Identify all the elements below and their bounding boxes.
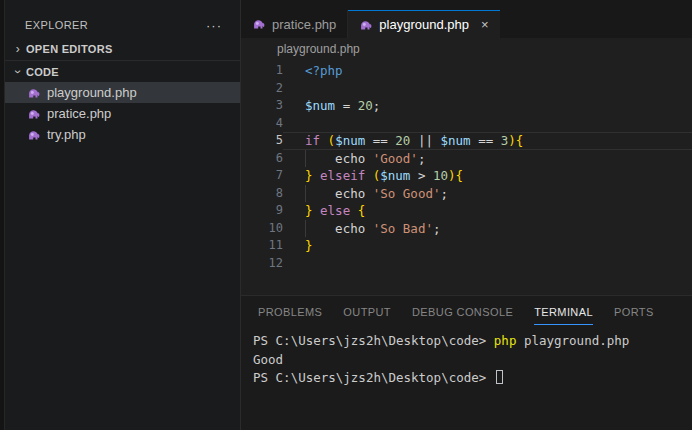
- token: [313, 168, 321, 183]
- line-content: echo 'So Good';: [283, 185, 692, 203]
- explorer-title: EXPLORER: [25, 19, 88, 31]
- token: <?php: [305, 63, 343, 78]
- tab-pratice.php[interactable]: pratice.php: [241, 10, 348, 38]
- code-line-8[interactable]: 8 echo 'So Good';: [241, 185, 692, 203]
- panel-tab-terminal[interactable]: TERMINAL: [534, 298, 593, 325]
- token: ;: [418, 151, 426, 166]
- line-number: 9: [241, 202, 283, 220]
- line-number: 6: [241, 150, 283, 168]
- token: 'So Good': [373, 186, 441, 201]
- close-icon[interactable]: ×: [481, 17, 489, 32]
- line-number: 5: [241, 132, 283, 150]
- token: elseif: [320, 168, 365, 183]
- code-line-1[interactable]: 1<?php: [241, 62, 692, 80]
- panel-tab-output[interactable]: OUTPUT: [343, 298, 391, 324]
- token: 'So Bad': [373, 221, 433, 236]
- tab-playground.php[interactable]: playground.php×: [348, 10, 499, 38]
- editor-area: pratice.php playground.php× playground.p…: [240, 0, 692, 430]
- line-content: }: [283, 237, 692, 255]
- token: $num: [335, 133, 365, 148]
- code-line-7[interactable]: 7} elseif ($num > 10){: [241, 167, 692, 185]
- code-line-5[interactable]: 5if ($num == 20 || $num == 3){: [241, 132, 692, 150]
- line-number: 12: [241, 255, 283, 273]
- code-line-11[interactable]: 11}: [241, 237, 692, 255]
- line-content: echo 'So Bad';: [283, 220, 692, 238]
- chevron-right-icon: ›: [10, 42, 26, 56]
- indent-guide: [305, 185, 306, 203]
- code-line-4[interactable]: 4: [241, 115, 692, 133]
- terminal-cursor: [496, 370, 503, 384]
- terminal-text: Good: [253, 352, 283, 367]
- code-line-6[interactable]: 6 echo 'Good';: [241, 150, 692, 168]
- token: $num: [305, 98, 335, 113]
- code-line-2[interactable]: 2: [241, 80, 692, 98]
- php-file-icon: [359, 18, 373, 32]
- token: echo: [305, 221, 373, 236]
- terminal-line: PS C:\Users\jzs2h\Desktop\code>: [253, 369, 692, 388]
- line-number: 4: [241, 115, 283, 133]
- code-line-12[interactable]: 12: [241, 255, 692, 273]
- tab-label: pratice.php: [272, 17, 336, 32]
- code-line-10[interactable]: 10 echo 'So Bad';: [241, 220, 692, 238]
- file-item-pratice.php[interactable]: pratice.php: [5, 103, 240, 124]
- token: >: [410, 168, 433, 183]
- token: }: [305, 168, 313, 183]
- section-open-editors[interactable]: › OPEN EDITORS: [5, 38, 240, 60]
- breadcrumb[interactable]: playground.php: [241, 38, 692, 60]
- php-file-icon: [252, 17, 266, 31]
- panel-tab-bar: PROBLEMSOUTPUTDEBUG CONSOLETERMINALPORTS: [241, 296, 692, 326]
- file-item-try.php[interactable]: try.php: [5, 124, 240, 145]
- token: =: [335, 98, 358, 113]
- token: 20: [395, 133, 410, 148]
- line-content: if ($num == 20 || $num == 3){: [283, 132, 692, 150]
- line-number: 7: [241, 167, 283, 185]
- code-line-9[interactable]: 9} else {: [241, 202, 692, 220]
- token: {: [358, 203, 366, 218]
- token: [350, 203, 358, 218]
- token: {: [456, 168, 464, 183]
- file-item-playground.php[interactable]: playground.php: [5, 82, 240, 103]
- section-code[interactable]: › CODE: [5, 60, 240, 82]
- token: ||: [410, 133, 440, 148]
- line-content: [283, 115, 692, 133]
- file-item-label: playground.php: [47, 85, 137, 100]
- tab-label: playground.php: [379, 17, 469, 32]
- more-actions-icon[interactable]: ···: [206, 18, 222, 33]
- line-content: [283, 255, 692, 273]
- panel-tab-ports[interactable]: PORTS: [614, 298, 654, 324]
- token: 'Good': [373, 151, 418, 166]
- terminal-line: PS C:\Users\jzs2h\Desktop\code> php play…: [253, 332, 692, 351]
- line-number: 2: [241, 80, 283, 98]
- line-content: } else {: [283, 202, 692, 220]
- breadcrumb-label: playground.php: [277, 42, 360, 56]
- panel-tab-debug-console[interactable]: DEBUG CONSOLE: [412, 298, 513, 324]
- token: 10: [433, 168, 448, 183]
- terminal-line: Good: [253, 351, 692, 370]
- token: ==: [471, 133, 501, 148]
- token: [320, 133, 328, 148]
- code-editor[interactable]: 1<?php23$num = 20;45if ($num == 20 || $n…: [241, 60, 692, 295]
- line-number: 11: [241, 237, 283, 255]
- line-number: 10: [241, 220, 283, 238]
- token: ;: [433, 221, 441, 236]
- file-item-label: try.php: [47, 127, 86, 142]
- php-file-icon: [257, 42, 271, 56]
- terminal-text: PS C:\Users\jzs2h\Desktop\code>: [253, 333, 494, 348]
- panel-tab-problems[interactable]: PROBLEMS: [258, 298, 322, 324]
- code-line-3[interactable]: 3$num = 20;: [241, 97, 692, 115]
- terminal-text: php: [494, 333, 517, 348]
- php-file-icon: [27, 107, 41, 121]
- explorer-sidebar: EXPLORER ··· › OPEN EDITORS › CODE playg…: [5, 0, 240, 430]
- indent-guide: [305, 150, 306, 168]
- vscode-window: EXPLORER ··· › OPEN EDITORS › CODE playg…: [0, 0, 692, 430]
- line-content: <?php: [283, 62, 692, 80]
- line-number: 1: [241, 62, 283, 80]
- token: }: [305, 203, 313, 218]
- line-content: } elseif ($num > 10){: [283, 167, 692, 185]
- terminal-output[interactable]: PS C:\Users\jzs2h\Desktop\code> php play…: [241, 326, 692, 388]
- token: {: [516, 133, 524, 148]
- line-content: $num = 20;: [283, 97, 692, 115]
- token: [365, 168, 373, 183]
- section-open-editors-label: OPEN EDITORS: [26, 43, 113, 55]
- line-number: 3: [241, 97, 283, 115]
